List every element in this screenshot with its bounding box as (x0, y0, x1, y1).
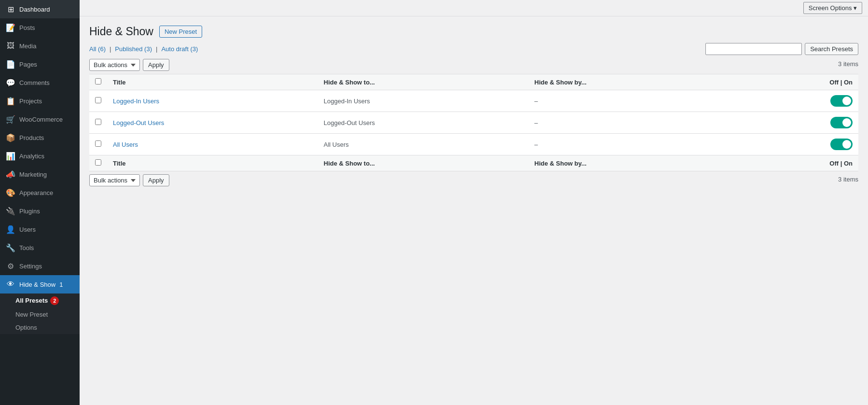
header-title: Title (107, 74, 318, 90)
sidebar-item-label: Tools (19, 244, 34, 251)
filter-auto-draft[interactable]: Auto draft (3) (161, 45, 198, 53)
posts-icon: 📝 (6, 23, 15, 32)
bottom-bulk-actions-select[interactable]: Bulk actions (89, 174, 140, 186)
top-bulk-actions-select[interactable]: Bulk actions (89, 59, 140, 71)
select-all-checkbox[interactable] (95, 78, 101, 84)
sidebar-item-marketing[interactable]: 📣 Marketing (0, 165, 80, 183)
sidebar-item-products[interactable]: 📦 Products (0, 128, 80, 147)
sidebar-item-settings[interactable]: ⚙ Settings (0, 257, 80, 275)
footer-checkbox-cell (89, 155, 107, 171)
sidebar-badge: 1 (59, 281, 63, 288)
marketing-icon: 📣 (6, 169, 15, 179)
sidebar-item-appearance[interactable]: 🎨 Appearance (0, 183, 80, 202)
row-hide-show-by: – (529, 134, 743, 155)
sidebar-sub-item-new-preset[interactable]: New Preset (0, 308, 80, 321)
sidebar-item-label: Projects (19, 98, 42, 105)
sidebar-sub-item-all-presets[interactable]: All Presets2 (0, 293, 80, 308)
row-toggle-cell (743, 134, 858, 155)
row-checkbox-cell (89, 90, 107, 112)
sidebar-item-hide-show[interactable]: 👁 Hide & Show 1 (0, 275, 80, 293)
filter-all[interactable]: All (6) (89, 45, 106, 53)
sidebar-item-label: Products (19, 134, 44, 141)
toggle-switch-1[interactable] (830, 117, 853, 128)
sidebar-item-plugins[interactable]: 🔌 Plugins (0, 202, 80, 220)
search-presets-button[interactable]: Search Presets (805, 43, 858, 55)
row-hide-show-to: Logged-In Users (318, 90, 529, 112)
row-title-link[interactable]: Logged-Out Users (113, 119, 164, 126)
search-wrap: Search Presets (705, 43, 858, 55)
top-apply-button[interactable]: Apply (143, 59, 169, 71)
row-hide-show-by: – (529, 112, 743, 134)
header-checkbox-cell (89, 74, 107, 90)
footer-title: Title (107, 155, 318, 171)
header-hide-show-by: Hide & Show by... (529, 74, 743, 90)
projects-icon: 📋 (6, 96, 15, 106)
screen-options-button[interactable]: Screen Options ▾ (803, 2, 862, 14)
select-all-footer-checkbox[interactable] (95, 159, 101, 166)
sidebar-item-label: Dashboard (19, 6, 50, 13)
media-icon: 🖼 (6, 41, 15, 51)
top-actions-row: Bulk actions Apply 3 items (89, 59, 858, 71)
presets-table: Title Hide & Show to... Hide & Show by..… (89, 74, 858, 171)
bottom-apply-button[interactable]: Apply (143, 174, 169, 186)
sidebar-item-woocommerce[interactable]: 🛒 WooCommerce (0, 110, 80, 128)
footer-hide-show-to: Hide & Show to... (318, 155, 529, 171)
sidebar-item-tools[interactable]: 🔧 Tools (0, 238, 80, 257)
toggle-switch-2[interactable] (830, 139, 853, 150)
row-checkbox-cell (89, 134, 107, 155)
sidebar-sub-item-options[interactable]: Options (0, 321, 80, 334)
new-preset-button[interactable]: New Preset (159, 26, 202, 38)
sidebar-item-pages[interactable]: 📄 Pages (0, 55, 80, 73)
table-row: Logged-Out Users Logged-Out Users – (89, 112, 858, 134)
hide-show-icon: 👁 (6, 279, 15, 289)
sidebar-item-comments[interactable]: 💬 Comments (0, 73, 80, 92)
sidebar-item-users[interactable]: 👤 Users (0, 220, 80, 238)
filter-published[interactable]: Published (3) (115, 45, 152, 53)
woocommerce-icon: 🛒 (6, 114, 15, 124)
toggle-slider-1 (830, 117, 853, 128)
toggle-switch-0[interactable] (830, 95, 853, 107)
sidebar-item-media[interactable]: 🖼 Media (0, 37, 80, 55)
row-hide-show-to: All Users (318, 134, 529, 155)
sidebar-item-analytics[interactable]: 📊 Analytics (0, 147, 80, 165)
footer-hide-show-by: Hide & Show by... (529, 155, 743, 171)
row-checkbox-1[interactable] (95, 119, 101, 125)
sidebar-item-label: Pages (19, 61, 37, 68)
settings-icon: ⚙ (6, 261, 15, 271)
sidebar-item-posts[interactable]: 📝 Posts (0, 18, 80, 37)
row-toggle-cell (743, 90, 858, 112)
search-input[interactable] (705, 43, 802, 55)
footer-off-on: Off | On (743, 155, 858, 171)
tools-icon: 🔧 (6, 243, 15, 252)
page-title-row: Hide & Show New Preset (89, 25, 858, 38)
bottom-items-count: 3 items (838, 176, 858, 183)
sidebar-item-label: WooCommerce (19, 116, 63, 123)
sidebar-item-label: Plugins (19, 208, 40, 215)
table-row: All Users All Users – (89, 134, 858, 155)
table-header-row: Title Hide & Show to... Hide & Show by..… (89, 74, 858, 90)
pages-icon: 📄 (6, 59, 15, 69)
sidebar-item-projects[interactable]: 📋 Projects (0, 92, 80, 110)
header-off-on: Off | On (743, 74, 858, 90)
analytics-icon: 📊 (6, 151, 15, 161)
sidebar-item-label: Comments (19, 79, 50, 86)
toggle-slider-2 (830, 139, 853, 150)
content-area: Hide & Show New Preset All (6) | Publish… (80, 16, 868, 405)
filter-row: All (6) | Published (3) | Auto draft (3)… (89, 43, 858, 55)
dashboard-icon: ⊞ (6, 4, 15, 14)
sidebar-item-label: Settings (19, 263, 42, 270)
table-row: Logged-In Users Logged-In Users – (89, 90, 858, 112)
row-checkbox-0[interactable] (95, 97, 101, 103)
row-title-link[interactable]: Logged-In Users (113, 98, 159, 105)
users-icon: 👤 (6, 224, 15, 234)
sidebar-item-label: Hide & Show (19, 281, 55, 288)
plugins-icon: 🔌 (6, 206, 15, 216)
topbar: Screen Options ▾ (80, 0, 868, 16)
row-checkbox-2[interactable] (95, 140, 101, 147)
page-title: Hide & Show (89, 25, 153, 38)
sidebar-item-label: Posts (19, 24, 35, 31)
sidebar-item-dashboard[interactable]: ⊞ Dashboard (0, 0, 80, 18)
sidebar-item-label: Appearance (19, 189, 53, 196)
row-title-link[interactable]: All Users (113, 141, 138, 148)
sidebar-item-label: Analytics (19, 153, 44, 160)
